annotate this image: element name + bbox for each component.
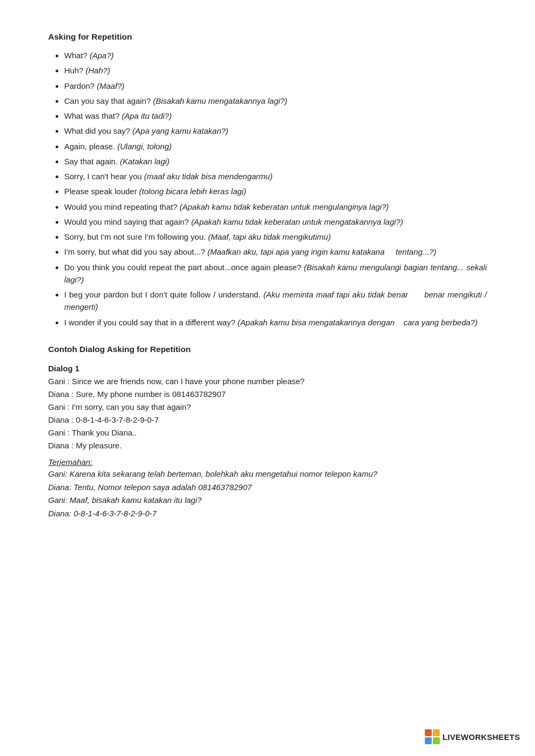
phrase-item: Sorry, but I'm not sure I'm following yo…: [64, 231, 487, 243]
terjemahan-line-1-3: Gani: Maaf, bisakah kamu katakan itu lag…: [48, 494, 487, 507]
section-title: Asking for Repetition: [48, 32, 487, 42]
phrase-item: Sorry, I can't hear you (maaf aku tidak …: [64, 170, 487, 182]
phrase-item: Can you say that again? (Bisakah kamu me…: [64, 95, 487, 107]
terjemahan-line-1-1: Gani: Karena kita sekarang telah bertema…: [48, 468, 487, 481]
terjemahan-line-1-4: Diana: 0-8-1-4-6-3-7-8-2-9-0-7: [48, 507, 487, 521]
terjemahan-block-1: Terjemahan:Gani: Karena kita sekarang te…: [48, 457, 487, 521]
terjemahan-line-1-2: Diana: Tentu, Nomor telepon saya adalah …: [48, 481, 487, 494]
dialogs-container: Dialog 1Gani : Since we are friends now,…: [48, 364, 487, 521]
dialog-title-1: Dialog 1: [48, 364, 487, 373]
phrase-item: I beg your pardon but I don't quite foll…: [64, 288, 487, 314]
phrase-item: What? (Apa?): [64, 49, 487, 62]
phrase-item: Would you mind repeating that? (Apakah k…: [64, 201, 487, 213]
phrase-item: Say that again. (Katakan lagi): [64, 155, 487, 167]
dialog-line-1-4: Diana : 0-8-1-4-6-3-7-8-2-9-0-7: [48, 414, 487, 426]
dialog-line-1-2: Diana : Sure, My phone number is 0814637…: [48, 388, 487, 401]
logo-sq2: [433, 729, 440, 736]
logo-icon: [425, 729, 440, 744]
phrase-item: What did you say? (Apa yang kamu katakan…: [64, 125, 487, 137]
logo-sq1: [425, 729, 432, 736]
dialog-line-1-5: Gani : Thank you Diana..: [48, 426, 487, 439]
logo-sq4: [433, 737, 440, 744]
logo-sq3: [425, 737, 432, 744]
phrase-item: Pardon? (Maaf?): [64, 80, 487, 92]
phrase-item: Would you mind saying that again? (Apaka…: [64, 216, 487, 228]
phrase-item: Please speak louder (tolong bicara lebih…: [64, 185, 487, 197]
terjemahan-label-1: Terjemahan:: [48, 457, 487, 467]
phrase-item: What was that? (Apa itu tadi?): [64, 110, 487, 122]
dialog-block-1: Dialog 1Gani : Since we are friends now,…: [48, 364, 487, 521]
phrase-item: Again, please. (Ulangi, tolong): [64, 140, 487, 152]
liveworksheets-logo: LIVEWORKSHEETS: [425, 729, 520, 744]
phrase-item: Huh? (Hah?): [64, 64, 487, 77]
dialog-section-title: Contoh Dialog Asking for Repetition: [48, 345, 487, 354]
dialog-line-1-1: Gani : Since we are friends now, can I h…: [48, 375, 487, 388]
dialog-line-1-6: Diana : My pleasure.: [48, 439, 487, 452]
logo-text: LIVEWORKSHEETS: [442, 732, 520, 742]
page: Asking for Repetition What? (Apa?)Huh? (…: [0, 0, 535, 576]
dialog-line-1-3: Gani : I'm sorry, can you say that again…: [48, 401, 487, 414]
phrase-item: I'm sorry, but what did you say about...…: [64, 246, 487, 258]
phrases-list: What? (Apa?)Huh? (Hah?)Pardon? (Maaf?)Ca…: [48, 49, 487, 329]
phrase-item: I wonder if you could say that in a diff…: [64, 316, 487, 329]
phrase-item: Do you think you could repeat the part a…: [64, 261, 487, 286]
